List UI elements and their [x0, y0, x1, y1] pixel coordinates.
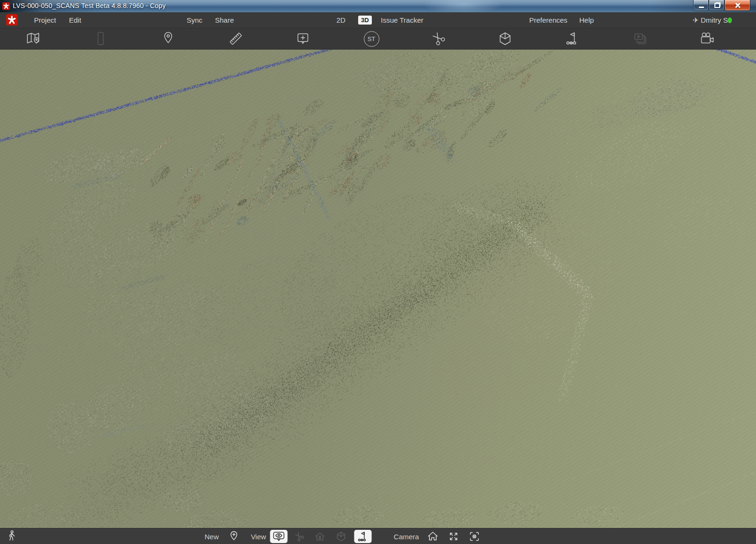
- title-bar[interactable]: LVS-000-050_SCANS Test Beta 4.8.8.7960 -…: [0, 0, 756, 13]
- tour-path-icon[interactable]: [563, 29, 583, 49]
- app-logo[interactable]: [6, 14, 17, 27]
- site-home-icon: [314, 528, 326, 544]
- camera-label[interactable]: Camera: [394, 528, 419, 544]
- presentation-icon: [630, 29, 650, 49]
- mode-3d-button[interactable]: 3D: [358, 16, 372, 25]
- clip-scissors-bottom-icon: [293, 528, 305, 544]
- point-cloud-canvas[interactable]: [0, 50, 756, 528]
- video-capture-icon[interactable]: [697, 29, 717, 49]
- bottom-toolbar: New View Camera: [0, 528, 756, 544]
- user-prefix-plane-icon: ✈: [693, 12, 699, 28]
- map-location-icon[interactable]: [23, 29, 43, 49]
- window-controls: [693, 0, 750, 11]
- viewport-3d[interactable]: [0, 50, 756, 528]
- menu-issue-tracker[interactable]: Issue Tracker: [381, 12, 423, 28]
- walk-mode-icon[interactable]: [6, 528, 18, 544]
- window-title: LVS-000-050_SCANS Test Beta 4.8.8.7960 -…: [13, 2, 166, 9]
- menu-sync[interactable]: Sync: [187, 12, 202, 28]
- home-view-icon[interactable]: [427, 528, 439, 544]
- app-icon: [2, 2, 10, 12]
- user-status-dot: [728, 17, 732, 23]
- fit-extents-icon[interactable]: [447, 528, 460, 544]
- new-label[interactable]: New: [205, 528, 219, 544]
- section-box-icon[interactable]: [495, 29, 515, 49]
- mode-2d-button[interactable]: 2D: [336, 12, 345, 28]
- menu-preferences[interactable]: Preferences: [529, 12, 567, 28]
- minimize-button[interactable]: [693, 0, 709, 11]
- menu-edit[interactable]: Edit: [69, 12, 81, 28]
- menu-project[interactable]: Project: [34, 12, 56, 28]
- smart-tag-icon[interactable]: ST: [361, 29, 381, 49]
- restore-button[interactable]: [709, 0, 724, 11]
- clip-scissors-icon[interactable]: [429, 29, 448, 49]
- menu-bar: Project Edit Sync Share 2D 3D Issue Trac…: [0, 12, 756, 28]
- main-toolbar: ST: [0, 28, 756, 50]
- smart-tag-label: ST: [368, 35, 376, 42]
- location-pin-icon[interactable]: [158, 29, 178, 49]
- section-box-bottom-icon: [335, 528, 347, 544]
- panorama-device-icon: [91, 29, 111, 49]
- close-button[interactable]: [724, 0, 750, 11]
- tour-path-bottom-icon[interactable]: [354, 528, 372, 544]
- add-pin-icon[interactable]: [229, 528, 239, 544]
- minimize-icon: [699, 7, 704, 8]
- view-annotations-icon[interactable]: [270, 528, 288, 544]
- restore-icon: [714, 3, 720, 8]
- focus-capture-icon[interactable]: [468, 528, 481, 544]
- view-label[interactable]: View: [251, 528, 266, 544]
- application-window: LVS-000-050_SCANS Test Beta 4.8.8.7960 -…: [0, 0, 756, 544]
- measure-ruler-icon[interactable]: [226, 29, 246, 49]
- add-annotation-icon[interactable]: [293, 29, 313, 49]
- user-name[interactable]: Dmitry S: [701, 12, 728, 28]
- menu-help[interactable]: Help: [579, 12, 594, 28]
- menu-share[interactable]: Share: [215, 12, 234, 28]
